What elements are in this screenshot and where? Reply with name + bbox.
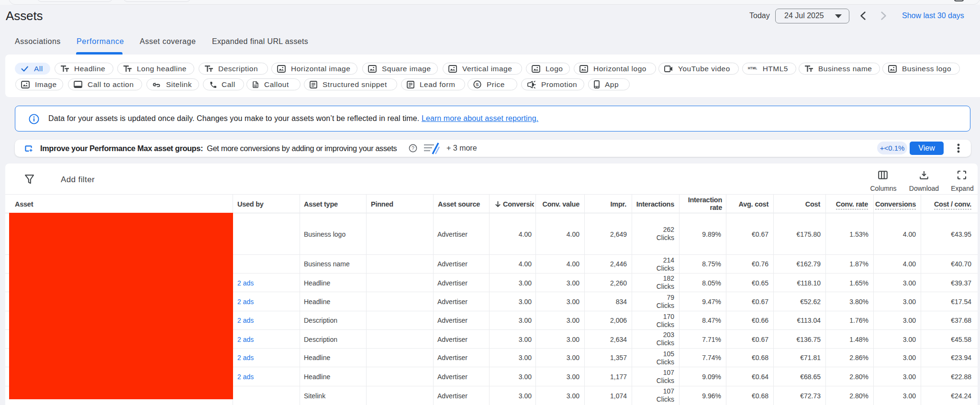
svg-text:S: S xyxy=(476,82,479,87)
svg-text:?: ? xyxy=(412,145,414,151)
